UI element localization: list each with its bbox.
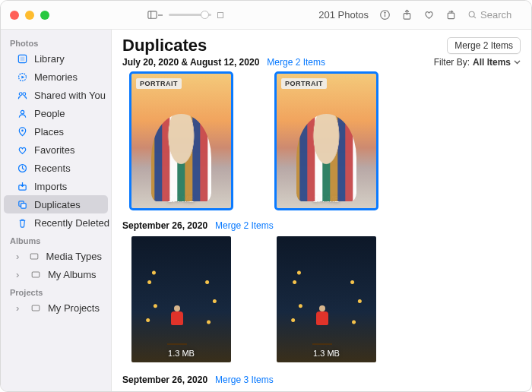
sidebar-item-label: Recently Deleted <box>34 217 109 229</box>
folder-icon <box>28 250 40 262</box>
window-layout-icon[interactable] <box>147 9 158 21</box>
duplicate-group: PORTRAIT 2.4 MB PORTRAIT 2.4 MB <box>122 74 521 208</box>
sidebar-item-favorites[interactable]: Favorites <box>4 141 108 159</box>
sidebar-item-label: My Projects <box>48 302 102 314</box>
people-icon <box>16 107 28 119</box>
photo-count-label: 201 Photos <box>318 9 369 21</box>
svg-rect-10 <box>20 56 24 61</box>
file-size-label: 2.4 MB <box>136 194 226 204</box>
sidebar-section-albums: Albums <box>1 232 111 247</box>
sidebar-item-label: Memories <box>34 71 102 83</box>
places-icon <box>16 125 28 138</box>
sidebar-item-shared[interactable]: Shared with You <box>4 86 108 104</box>
merge-group-link[interactable]: Merge 2 Items <box>267 57 325 68</box>
merge-all-button[interactable]: Merge 2 Items <box>447 37 521 54</box>
info-icon[interactable] <box>379 9 391 21</box>
sidebar-item-recently-deleted[interactable]: Recently Deleted <box>4 213 108 232</box>
svg-point-15 <box>21 110 24 113</box>
sidebar-item-label: Recents <box>34 163 102 174</box>
sidebar-item-my-albums[interactable]: ›My Albums <box>4 265 108 283</box>
portrait-badge: PORTRAIT <box>136 78 182 89</box>
sidebar-item-label: Imports <box>34 181 102 192</box>
trash-icon <box>16 217 28 229</box>
chevron-right-icon: › <box>16 302 24 314</box>
sidebar-item-label: Favorites <box>34 144 102 156</box>
file-size-label: 2.4 MB <box>281 194 372 204</box>
svg-rect-24 <box>32 305 40 311</box>
folder-icon <box>30 268 42 280</box>
sidebar-item-label: My Albums <box>48 269 102 280</box>
close-window-button[interactable] <box>10 11 19 20</box>
sidebar-item-label: Shared with You <box>34 90 106 101</box>
sidebar-section-projects: Projects <box>1 283 111 299</box>
sidebar-item-label: Places <box>34 126 102 138</box>
duplicate-group: September 26, 2020 Merge 2 Items 1.3 MB … <box>122 220 521 362</box>
photo-thumbnail[interactable]: PORTRAIT 2.4 MB <box>131 74 231 208</box>
svg-point-4 <box>385 12 386 14</box>
group-date-label: September 26, 2020 <box>122 375 207 385</box>
sidebar-item-label: People <box>34 108 102 119</box>
chevron-down-icon <box>514 60 521 64</box>
duplicates-icon <box>16 198 28 210</box>
filter-dropdown[interactable]: Filter By: All Items <box>434 57 521 68</box>
svg-line-8 <box>473 16 476 18</box>
filter-label: Filter By: <box>434 57 470 68</box>
photo-thumbnail[interactable]: 1.3 MB <box>131 236 231 362</box>
sidebar-item-media-types[interactable]: ›Media Types <box>4 247 108 265</box>
library-icon <box>16 52 28 65</box>
sidebar-item-library[interactable]: Library <box>4 49 108 68</box>
file-size-label: 1.3 MB <box>281 349 372 358</box>
svg-point-14 <box>22 92 25 95</box>
svg-rect-0 <box>148 11 157 18</box>
thumbnail-size-slider[interactable] <box>158 12 223 18</box>
file-size-label: 1.3 MB <box>136 349 226 358</box>
svg-rect-22 <box>30 254 38 259</box>
minimize-window-button[interactable] <box>25 11 34 20</box>
search-field[interactable] <box>467 9 522 21</box>
imports-icon <box>16 180 28 192</box>
sidebar-item-imports[interactable]: Imports <box>4 177 108 195</box>
chevron-right-icon: › <box>16 251 22 262</box>
window-controls <box>10 11 49 20</box>
merge-group-link[interactable]: Merge 3 Items <box>215 375 274 385</box>
sidebar-section-photos: Photos <box>1 34 111 49</box>
group-date-label: July 20, 2020 & August 12, 2020 <box>122 57 259 68</box>
shared-icon <box>16 89 28 101</box>
sidebar-item-label: Library <box>34 53 102 65</box>
sidebar-item-places[interactable]: Places <box>4 122 108 141</box>
page-title: Duplicates <box>122 36 207 55</box>
sidebar-item-my-projects[interactable]: ›My Projects <box>4 299 108 317</box>
sidebar-item-label: Duplicates <box>34 199 102 210</box>
favorites-icon <box>16 144 28 156</box>
photo-thumbnail[interactable]: PORTRAIT 2.4 MB <box>277 74 376 208</box>
zoom-window-button[interactable] <box>40 11 49 20</box>
filter-value: All Items <box>473 57 511 68</box>
sidebar-item-memories[interactable]: Memories <box>4 68 108 86</box>
main-content: Duplicates Merge 2 Items July 20, 2020 &… <box>112 30 531 391</box>
group-date-label: September 26, 2020 <box>122 220 207 231</box>
chevron-right-icon: › <box>16 269 24 280</box>
titlebar: 201 Photos <box>1 1 531 30</box>
svg-rect-20 <box>21 203 26 208</box>
sidebar-item-duplicates[interactable]: Duplicates <box>4 195 108 213</box>
sidebar-item-recents[interactable]: Recents <box>4 159 108 177</box>
favorite-icon[interactable] <box>423 9 435 21</box>
sidebar: Photos Library Memories Shared with You … <box>1 30 112 391</box>
search-input[interactable] <box>480 9 522 21</box>
photo-thumbnail[interactable]: 1.3 MB <box>277 236 376 362</box>
svg-rect-6 <box>448 13 454 19</box>
rotate-icon[interactable] <box>445 9 457 21</box>
recents-icon <box>16 162 28 174</box>
sidebar-item-label: Media Types <box>46 251 102 262</box>
share-icon[interactable] <box>401 9 413 21</box>
sidebar-item-people[interactable]: People <box>4 104 108 122</box>
memories-icon <box>16 71 28 83</box>
folder-icon <box>30 302 42 314</box>
svg-point-16 <box>21 129 24 131</box>
duplicate-group: September 26, 2020 Merge 3 Items <box>122 375 521 385</box>
merge-group-link[interactable]: Merge 2 Items <box>215 220 274 231</box>
svg-point-13 <box>19 92 22 95</box>
svg-marker-12 <box>21 75 24 78</box>
svg-rect-23 <box>32 272 40 277</box>
portrait-badge: PORTRAIT <box>281 78 327 89</box>
